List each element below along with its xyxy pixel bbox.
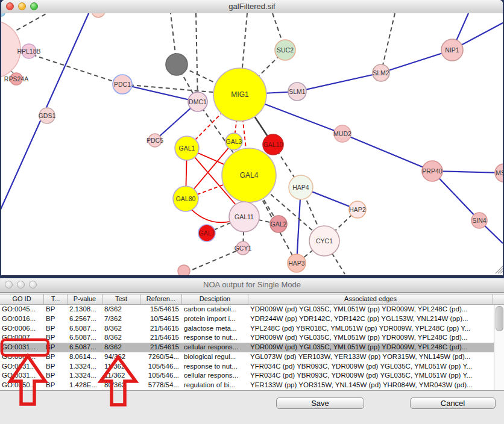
table-cell: YDR009W (pd) YGL035C, YML051W (pp) YDR00…: [248, 333, 493, 343]
graph-node-top-clip[interactable]: [92, 13, 105, 17]
table-row[interactable]: GO:0006...BP6.5087...8/36221/54615galact…: [0, 324, 504, 334]
table-cell: GO:0007...: [0, 333, 44, 343]
table-row[interactable]: GO:0016...BP6.2567...7/36210/54615protei…: [0, 314, 504, 324]
table-header-row: GO IDT...P-valueTestReferen...Desciption…: [0, 294, 504, 305]
table-row[interactable]: GO:0031...BP6.5087...8/36221/54615cellul…: [0, 343, 504, 352]
graph-node-label-prp40: PRP40: [422, 167, 442, 175]
table-cell: 7/362: [102, 314, 140, 324]
graph-node-label-gal1: GAL1: [179, 145, 195, 152]
noa-window-title: NOA output for Single Mode: [0, 280, 504, 289]
graph-edge[interactable]: [122, 84, 198, 102]
graph-node-label-gal7: GAL7: [199, 229, 215, 237]
table-cell: YGL073W (pd) YER103W, YER133W (pp) YOR31…: [248, 352, 493, 362]
resize-grip[interactable]: [498, 269, 503, 273]
table-cell: GO:0050...: [0, 381, 44, 390]
noa-output-window: NOA output for Single Mode GO IDT...P-va…: [0, 278, 504, 424]
table-row[interactable]: GO:0007...BP6.5087...8/36221/54615respon…: [0, 333, 504, 343]
graph-node-bottom-clip[interactable]: [178, 265, 190, 275]
table-cell: GO:0031...: [0, 362, 44, 372]
table-cell: GO:0065...: [0, 352, 44, 362]
table-row[interactable]: GO:0031...BP1.3324...11/362105/546...res…: [0, 362, 504, 372]
network-window-titlebar[interactable]: galFiltered.sif: [1, 0, 503, 14]
table-cell: biological regul...: [182, 352, 248, 362]
table-cell: BP: [44, 352, 68, 362]
table-cell: GO:0006...: [0, 324, 44, 334]
column-header-desciption[interactable]: Desciption: [182, 295, 248, 304]
table-cell: 15/54615: [140, 305, 182, 314]
save-button[interactable]: Save: [276, 398, 364, 409]
network-graph-canvas[interactable]: RPL18BRPS24AGDS1PDC1PDC5DMC1MIG1SUC2SLM1…: [1, 13, 503, 275]
graph-edge[interactable]: [196, 13, 198, 102]
graph-edge[interactable]: [297, 73, 381, 92]
table-cell: 8/362: [102, 324, 140, 334]
table-cell: BP: [44, 324, 68, 334]
column-header-t---[interactable]: T...: [44, 295, 68, 304]
vertical-scrollbar[interactable]: [494, 305, 504, 390]
table-cell: YER133W (pp) YOR315W, YNL145W (pd) YHR08…: [248, 381, 493, 390]
graph-node-label-gal4: GAL4: [240, 171, 259, 179]
table-cell: cellular respons...: [182, 343, 248, 352]
table-cell: 6.2567...: [68, 314, 102, 324]
table-row[interactable]: GO:0031...BP1.3324...11/362105/546...cel…: [0, 371, 504, 381]
table-cell: 6.5087...: [68, 343, 102, 352]
column-header-blank[interactable]: [493, 295, 504, 304]
column-header-go-id[interactable]: GO ID: [0, 295, 44, 304]
table-row[interactable]: GO:0045...BP2.1308...8/36215/54615carbon…: [0, 305, 504, 314]
network-window-title: galFiltered.sif: [1, 2, 503, 11]
table-cell: BP: [44, 362, 68, 372]
graph-edge[interactable]: [189, 248, 243, 271]
table-cell: 21/54615: [140, 333, 182, 343]
table-cell: BP: [44, 371, 68, 381]
table-cell: BP: [44, 333, 68, 343]
resize-grip[interactable]: [500, 271, 503, 273]
table-cell: YFR034C (pd) YBR093C, YDR009W (pd) YGL03…: [248, 362, 493, 372]
table-cell: 1.3324...: [68, 362, 102, 372]
graph-node-label-gal80: GAL80: [176, 195, 196, 202]
table-cell: 7260/54...: [140, 352, 182, 362]
graph-node-tiny-blue[interactable]: [1, 13, 5, 16]
noa-window-titlebar[interactable]: NOA output for Single Mode: [0, 278, 504, 293]
graph-node-label-pdc1: PDC1: [114, 81, 131, 88]
table-cell: GO:0031...: [0, 371, 44, 381]
table-cell: 8.0614...: [68, 352, 102, 362]
column-header-referen---[interactable]: Referen...: [140, 295, 182, 304]
graph-node-label-rpl18b: RPL18B: [17, 48, 40, 55]
graph-node-label-cyc1: CYC1: [316, 237, 333, 245]
cancel-button[interactable]: Cancel: [410, 398, 496, 409]
graph-node-label-msl1: MSL1: [496, 169, 503, 176]
column-header-p-value[interactable]: P-value: [68, 295, 102, 304]
table-cell: cellular respons...: [182, 371, 248, 381]
table-cell: 105/546...: [140, 371, 182, 381]
graph-node-gray-node[interactable]: [166, 54, 187, 75]
table-row[interactable]: GO:0050...BP1.428E...80/3625778/54...reg…: [0, 381, 504, 390]
graph-node-label-pdc5: PDC5: [146, 137, 163, 144]
graph-node-label-hap2: HAP2: [349, 206, 366, 213]
graph-node-label-rps24a: RPS24A: [4, 75, 28, 83]
table-cell: 1.428E...: [68, 381, 102, 390]
table-cell: galactose meta...: [182, 324, 248, 334]
table-cell: 6.5087...: [68, 324, 102, 334]
table-cell: 80/362: [102, 381, 140, 390]
table-cell: 21/54615: [140, 324, 182, 334]
table-body: GO:0045...BP2.1308...8/36215/54615carbon…: [0, 305, 504, 391]
column-header-associated-edges[interactable]: Associated edges: [248, 295, 493, 304]
table-cell: response to nut...: [182, 362, 248, 372]
table-cell: BP: [44, 314, 68, 324]
graph-edge[interactable]: [342, 134, 432, 171]
graph-node-label-suc2: SUC2: [277, 46, 294, 54]
graph-node-label-sin4: SIN4: [472, 217, 487, 224]
graph-edge[interactable]: [10, 13, 47, 34]
table-cell: 105/546...: [140, 362, 182, 372]
table-cell: BP: [44, 381, 68, 390]
table-cell: 8/362: [102, 305, 140, 314]
table-cell: GO:0016...: [0, 314, 44, 324]
column-header-test[interactable]: Test: [102, 295, 140, 304]
graph-node-label-slm1: SLM1: [289, 88, 306, 95]
graph-node-label-gal10: GAL10: [263, 141, 283, 148]
scrollbar-thumb[interactable]: [496, 306, 503, 331]
table-row[interactable]: GO:0065...BP8.0614...94/3627260/54...bio…: [0, 352, 504, 362]
table-cell: 1.3324...: [68, 371, 102, 381]
graph-edge[interactable]: [381, 13, 395, 73]
table-cell: GO:0045...: [0, 305, 44, 314]
table-cell: YDR009W (pd) YGL035C, YML051W (pp) YDR00…: [248, 305, 493, 314]
